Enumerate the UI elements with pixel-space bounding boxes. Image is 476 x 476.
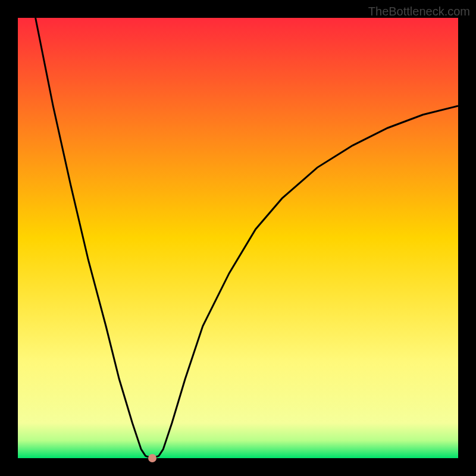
watermark-text: TheBottleneck.com xyxy=(368,5,470,18)
chart-svg xyxy=(18,18,458,458)
chart-container: TheBottleneck.com xyxy=(0,0,476,476)
optimal-point-marker xyxy=(148,454,156,462)
plot-area xyxy=(18,18,458,458)
